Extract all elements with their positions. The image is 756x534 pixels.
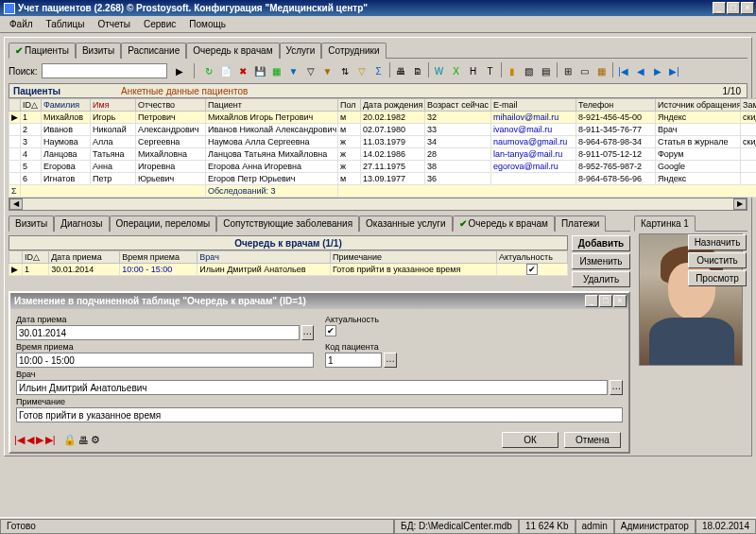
- del-button[interactable]: Удалить: [572, 271, 630, 287]
- nav-next-icon[interactable]: ▶: [36, 434, 43, 446]
- export-excel-icon[interactable]: ▦: [268, 62, 285, 79]
- minimize-button[interactable]: _: [713, 2, 726, 14]
- nav-last-icon[interactable]: ▶|: [45, 434, 56, 446]
- html-icon[interactable]: H: [465, 62, 482, 79]
- patients-grid[interactable]: ID△ ФамилияИмя ОтчествоПациентПол Дата р…: [9, 98, 756, 198]
- maximize-button[interactable]: □: [727, 2, 740, 14]
- toolbar-icons: ↻ 📄 ✖ 💾 ▦ ▼ ▽ ▼ ⇅ ▽ Σ 🖶 🗎 W X H T ▮ ▧ ▤ …: [200, 62, 683, 79]
- date-picker-icon[interactable]: …: [301, 325, 314, 340]
- preview-icon[interactable]: 🗎: [409, 62, 426, 79]
- table-row[interactable]: 2ИвановНиколайАлександровичИванов Никола…: [9, 124, 757, 136]
- chart2-icon[interactable]: ▧: [521, 62, 538, 79]
- nav-lock-icon[interactable]: 🔒: [63, 434, 77, 446]
- code-lookup-icon[interactable]: …: [384, 353, 397, 368]
- date-field[interactable]: [16, 325, 300, 340]
- nav-gear-icon[interactable]: ⚙: [91, 434, 100, 446]
- dtab-queue[interactable]: ✔Очередь к врачам: [453, 215, 555, 232]
- last-icon[interactable]: ▶|: [666, 62, 683, 79]
- patients-counter: 1/10: [723, 86, 747, 96]
- add-button[interactable]: Добавить: [572, 235, 630, 251]
- dtab-diagnoses[interactable]: Диагнозы: [54, 215, 109, 232]
- queue-row[interactable]: ▶130.01.2014 10:00 - 15:00Ильин Дмитрий …: [9, 264, 568, 276]
- cards-icon[interactable]: ▦: [593, 62, 610, 79]
- tab-patients[interactable]: ✔Пациенты: [9, 43, 76, 59]
- patients-header-row: ID△ ФамилияИмя ОтчествоПациентПол Дата р…: [9, 99, 757, 112]
- form-icon[interactable]: ▭: [576, 62, 593, 79]
- table-row[interactable]: 4ЛанцоваТатьянаМихайловнаЛанцова Татьяна…: [9, 148, 757, 161]
- subform-nav: |◀ ◀ ▶ ▶| 🔒 🖶 ⚙: [10, 428, 104, 452]
- search-input[interactable]: [42, 63, 167, 78]
- patients-hscroll[interactable]: ◀▶: [9, 198, 747, 211]
- total-icon[interactable]: Σ: [370, 62, 387, 79]
- chart3-icon[interactable]: ▤: [538, 62, 555, 79]
- word-icon[interactable]: W: [431, 62, 448, 79]
- tab-staff[interactable]: Сотрудники: [321, 43, 386, 59]
- clear-button[interactable]: Очистить: [688, 252, 747, 268]
- menu-tables[interactable]: Таблицы: [41, 18, 91, 30]
- window-titlebar: Учет пациентов (2.268) © Prostoysoft. Ко…: [0, 0, 756, 16]
- assign-button[interactable]: Назначить: [688, 234, 747, 250]
- patients-sum: Обследований: 3: [206, 185, 338, 198]
- dtab-concomitant[interactable]: Сопутствующие заболевания: [216, 215, 359, 232]
- note-field[interactable]: [16, 407, 623, 422]
- tab-services[interactable]: Услуги: [280, 43, 322, 59]
- nav-first-icon[interactable]: |◀: [14, 434, 25, 446]
- next-icon[interactable]: ▶: [649, 62, 666, 79]
- subform-min[interactable]: _: [585, 295, 598, 307]
- code-field[interactable]: [325, 353, 382, 368]
- edit-button[interactable]: Изменить: [572, 253, 630, 269]
- queue-grid[interactable]: ID△Дата приема Время приемаВрачПримечани…: [9, 250, 568, 276]
- doctor-lookup-icon[interactable]: …: [610, 380, 623, 395]
- status-bar: Готово БД: D:\MedicalCenter.mdb 11 624 K…: [0, 517, 756, 534]
- save-icon[interactable]: 💾: [251, 62, 268, 79]
- txt-icon[interactable]: T: [482, 62, 499, 79]
- patients-subtitle: Анкетные данные пациентов: [64, 86, 248, 96]
- subform-max[interactable]: □: [599, 295, 612, 307]
- menu-file[interactable]: Файл: [4, 18, 39, 30]
- pic-tab[interactable]: Картинка 1: [634, 215, 696, 232]
- doctor-field[interactable]: [16, 380, 608, 395]
- queue-actual-check: ✔: [526, 264, 538, 275]
- menu-reports[interactable]: Отчеты: [92, 18, 136, 30]
- ok-button[interactable]: ОК: [502, 432, 558, 448]
- filter-icon[interactable]: ▼: [285, 62, 302, 79]
- prev-icon[interactable]: ◀: [632, 62, 649, 79]
- actual-checkbox[interactable]: ✔: [325, 325, 336, 336]
- status-size: 11 624 Kb: [519, 519, 576, 534]
- dtab-payments[interactable]: Платежи: [555, 215, 607, 232]
- view-button[interactable]: Просмотр: [688, 270, 747, 286]
- first-icon[interactable]: |◀: [615, 62, 632, 79]
- dtab-ops[interactable]: Операции, переломы: [110, 215, 217, 232]
- table-row[interactable]: 5ЕгороваАннаИгоревнаЕгорова Анна Игоревн…: [9, 161, 757, 173]
- delete-icon[interactable]: ✖: [234, 62, 251, 79]
- table-row[interactable]: 6ИгнатовПетрЮрьевичЕгоров Петр Юрьевичм1…: [9, 173, 757, 185]
- filter-clear-icon[interactable]: ▽: [353, 62, 370, 79]
- tab-queue[interactable]: Очередь к врачам: [186, 43, 279, 59]
- print-icon[interactable]: 🖶: [392, 62, 409, 79]
- table-row[interactable]: 3НаумоваАллаСергеевнаНаумова Алла Сергее…: [9, 136, 757, 148]
- main-panel: ✔Пациенты Визиты Расписание Очередь к вр…: [4, 37, 752, 456]
- sort-icon[interactable]: ⇅: [336, 62, 353, 79]
- dtab-visits[interactable]: Визиты: [9, 215, 54, 232]
- refresh-icon[interactable]: ↻: [200, 62, 217, 79]
- dtab-services[interactable]: Оказанные услуги: [359, 215, 453, 232]
- close-button[interactable]: ×: [741, 2, 754, 14]
- tab-visits[interactable]: Визиты: [76, 43, 121, 59]
- copy-icon[interactable]: 📄: [217, 62, 234, 79]
- cancel-button[interactable]: Отмена: [564, 432, 621, 448]
- tab-schedule[interactable]: Расписание: [121, 43, 186, 59]
- filter3-icon[interactable]: ▼: [319, 62, 336, 79]
- subform-close[interactable]: ×: [613, 295, 627, 307]
- menu-service[interactable]: Сервис: [138, 18, 181, 30]
- nav-print-icon[interactable]: 🖶: [78, 435, 89, 446]
- time-field[interactable]: [16, 353, 314, 368]
- menu-help[interactable]: Помощь: [183, 18, 232, 30]
- chart-icon[interactable]: ▮: [504, 62, 521, 79]
- nav-prev-icon[interactable]: ◀: [26, 434, 34, 446]
- excel-icon[interactable]: X: [448, 62, 465, 79]
- filter2-icon[interactable]: ▽: [302, 62, 319, 79]
- search-go-icon[interactable]: ▶: [171, 62, 188, 79]
- table-row[interactable]: ▶1МихайловИгорьПетровичМихайлов Игорь Пе…: [9, 112, 757, 124]
- tree-icon[interactable]: ⊞: [559, 62, 576, 79]
- menubar: Файл Таблицы Отчеты Сервис Помощь: [0, 16, 756, 33]
